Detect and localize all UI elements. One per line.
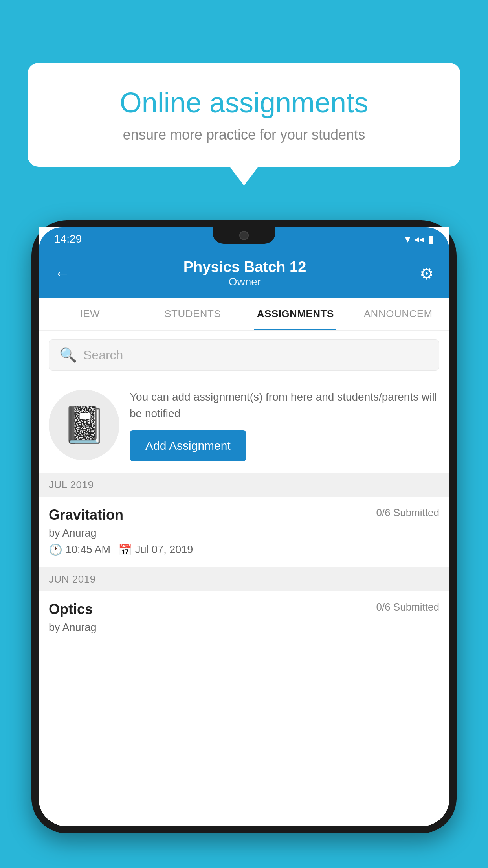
battery-icon: ▮ bbox=[428, 233, 434, 245]
month-divider-jul: JUL 2019 bbox=[39, 473, 449, 497]
search-icon: 🔍 bbox=[59, 347, 77, 363]
app-content: 🔍 Search 📓 You can add assignment(s) fro… bbox=[39, 331, 449, 826]
search-placeholder: Search bbox=[83, 348, 123, 362]
phone-device: 14:29 ▾ ◂◂ ▮ ← Physics Batch 12 Owner ⚙ bbox=[31, 220, 457, 868]
phone-frame: 14:29 ▾ ◂◂ ▮ ← Physics Batch 12 Owner ⚙ bbox=[31, 220, 457, 833]
phone-screen: 14:29 ▾ ◂◂ ▮ ← Physics Batch 12 Owner ⚙ bbox=[39, 227, 449, 826]
assignment-gravitation-author: by Anurag bbox=[49, 527, 439, 539]
app-header: ← Physics Batch 12 Owner ⚙ bbox=[39, 251, 449, 298]
speech-bubble-box: Online assignments ensure more practice … bbox=[28, 63, 460, 167]
assignment-gravitation-header: Gravitation 0/6 Submitted bbox=[49, 507, 439, 523]
clock-icon: 🕐 bbox=[49, 543, 62, 556]
assignment-gravitation-submitted: 0/6 Submitted bbox=[376, 507, 439, 519]
calendar-icon: 📅 bbox=[118, 543, 132, 556]
add-assignment-button[interactable]: Add Assignment bbox=[130, 430, 246, 461]
notebook-icon: 📓 bbox=[62, 405, 106, 446]
tab-assignments[interactable]: ASSIGNMENTS bbox=[244, 298, 347, 330]
settings-icon[interactable]: ⚙ bbox=[420, 265, 434, 283]
tab-iew[interactable]: IEW bbox=[39, 298, 141, 330]
camera-dot bbox=[239, 231, 249, 240]
assignment-gravitation-meta: 🕐 10:45 AM 📅 Jul 07, 2019 bbox=[49, 543, 439, 556]
batch-role: Owner bbox=[183, 276, 306, 288]
promo-speech-bubble: Online assignments ensure more practice … bbox=[28, 63, 460, 167]
assignment-optics-name: Optics bbox=[49, 601, 93, 618]
assignment-optics[interactable]: Optics 0/6 Submitted by Anurag bbox=[39, 591, 449, 649]
assignment-gravitation-time: 🕐 10:45 AM bbox=[49, 543, 110, 556]
assignment-optics-author: by Anurag bbox=[49, 622, 439, 634]
promo-card: 📓 You can add assignment(s) from here an… bbox=[39, 379, 449, 473]
promo-icon-circle: 📓 bbox=[49, 390, 119, 460]
promo-description: You can add assignment(s) from here and … bbox=[130, 389, 439, 422]
assignment-optics-header: Optics 0/6 Submitted bbox=[49, 601, 439, 618]
tab-announcements[interactable]: ANNOUNCEM bbox=[347, 298, 450, 330]
header-center: Physics Batch 12 Owner bbox=[183, 259, 306, 288]
back-button[interactable]: ← bbox=[54, 265, 70, 282]
batch-title: Physics Batch 12 bbox=[183, 259, 306, 276]
tabs-bar: IEW STUDENTS ASSIGNMENTS ANNOUNCEM bbox=[39, 298, 449, 331]
tab-students[interactable]: STUDENTS bbox=[141, 298, 244, 330]
status-icons: ▾ ◂◂ ▮ bbox=[405, 233, 434, 245]
signal-icon: ◂◂ bbox=[414, 233, 424, 245]
promo-right: You can add assignment(s) from here and … bbox=[130, 389, 439, 461]
assignment-gravitation-date: 📅 Jul 07, 2019 bbox=[118, 543, 193, 556]
assignment-optics-submitted: 0/6 Submitted bbox=[376, 601, 439, 613]
assignment-gravitation[interactable]: Gravitation 0/6 Submitted by Anurag 🕐 10… bbox=[39, 497, 449, 568]
wifi-icon: ▾ bbox=[405, 233, 410, 245]
speech-bubble-subtitle: ensure more practice for your students bbox=[55, 127, 433, 143]
speech-bubble-title: Online assignments bbox=[55, 86, 433, 119]
search-bar[interactable]: 🔍 Search bbox=[49, 339, 439, 371]
phone-notch bbox=[213, 227, 275, 244]
status-time: 14:29 bbox=[54, 233, 82, 245]
assignment-gravitation-name: Gravitation bbox=[49, 507, 123, 523]
month-divider-jun: JUN 2019 bbox=[39, 568, 449, 591]
